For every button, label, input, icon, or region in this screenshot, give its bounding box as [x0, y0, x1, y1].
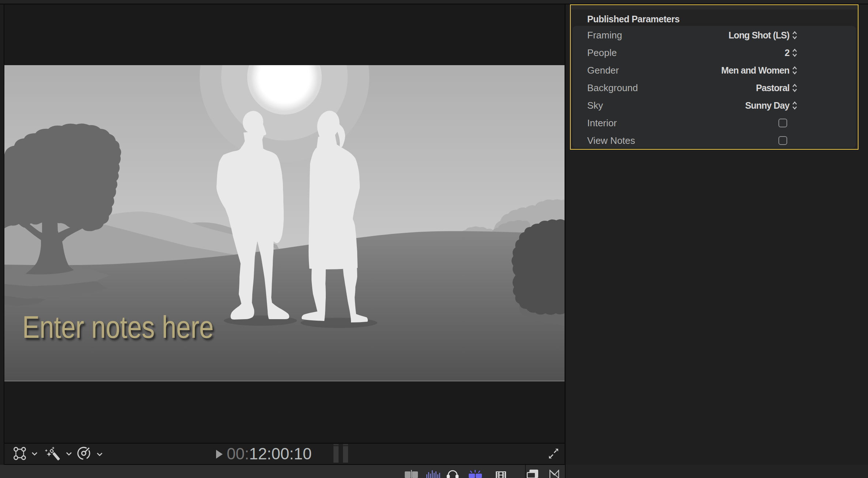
svg-text:Enter notes here: Enter notes here — [22, 310, 214, 345]
